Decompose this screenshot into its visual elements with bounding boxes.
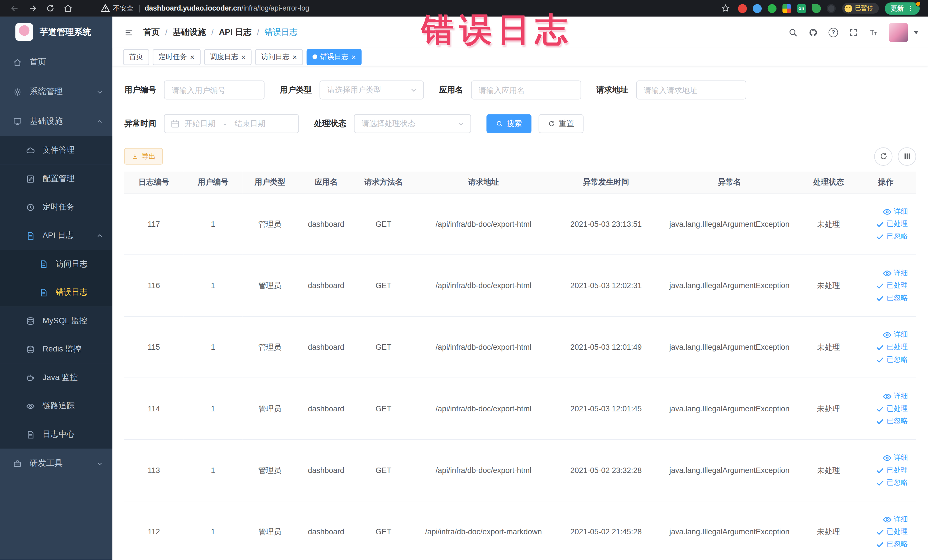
breadcrumb-item[interactable]: 基础设施	[173, 27, 206, 37]
tab-scheduled-tasks[interactable]: 定时任务 ×	[153, 49, 200, 65]
page-content: 用户编号 用户类型 请选择用户类型 应用名 请求地址 异常时间 开始日期 -	[112, 66, 928, 560]
table-row: 117 1 管理员 dashboard GET /api/infra/db-do…	[124, 193, 916, 255]
extension-icon-grid[interactable]	[782, 4, 791, 12]
search-button[interactable]: 搜索	[486, 114, 531, 133]
tab-home[interactable]: 首页	[123, 49, 149, 65]
breadcrumb-item[interactable]: API 日志	[219, 27, 252, 37]
mark-ignored-link[interactable]: 已忽略	[875, 355, 908, 365]
end-date-placeholder: 结束日期	[235, 118, 265, 129]
filter-row-2: 异常时间 开始日期 - 结束日期 处理状态 请选择处理状态 搜索	[124, 114, 916, 133]
mark-processed-link[interactable]: 已处理	[875, 465, 908, 475]
sidebar-item-access-log[interactable]: 访问日志	[0, 250, 112, 278]
mark-ignored-link[interactable]: 已忽略	[875, 293, 908, 303]
detail-link[interactable]: 详细	[882, 391, 908, 401]
mark-ignored-link[interactable]: 已忽略	[875, 231, 908, 241]
user-type-select[interactable]: 请选择用户类型	[319, 81, 424, 99]
fullscreen-icon[interactable]	[849, 27, 858, 37]
cell-request-url: /api/infra/db-doc/export-html	[412, 255, 555, 316]
security-indicator[interactable]: 不安全	[101, 3, 133, 13]
sidebar-item-redis-monitor[interactable]: Redis 监控	[0, 335, 112, 363]
github-icon[interactable]	[809, 27, 818, 37]
paused-badge[interactable]: 已暂停	[842, 3, 879, 14]
extension-icon-on[interactable]: on	[797, 4, 806, 12]
search-icon[interactable]	[788, 27, 798, 37]
mark-ignored-link[interactable]: 已忽略	[875, 416, 908, 426]
sidebar-item-file-management[interactable]: 文件管理	[0, 136, 112, 165]
mark-processed-link[interactable]: 已处理	[875, 404, 908, 414]
exception-time-range-picker[interactable]: 开始日期 - 结束日期	[164, 114, 299, 133]
sidebar-item-tracing[interactable]: 链路追踪	[0, 392, 112, 420]
close-icon[interactable]: ×	[292, 53, 297, 61]
column-settings-button[interactable]	[898, 147, 916, 165]
browser-update-button[interactable]: 更新	[885, 2, 920, 15]
sidebar-item-infrastructure[interactable]: 基础设施	[0, 107, 112, 136]
gear-icon	[13, 87, 22, 96]
select-placeholder: 请选择用户类型	[327, 85, 410, 95]
search-icon	[496, 120, 503, 127]
extension-icon-blue[interactable]	[752, 4, 762, 12]
export-button[interactable]: 导出	[124, 148, 163, 165]
sidebar-item-java-monitor[interactable]: Java 监控	[0, 363, 112, 392]
detail-link[interactable]: 详细	[882, 514, 908, 524]
mark-processed-link[interactable]: 已处理	[875, 281, 908, 290]
browser-home-button[interactable]	[63, 3, 73, 13]
hamburger-icon[interactable]	[124, 27, 134, 37]
address-bar[interactable]: dashboard.yudao.iocoder.cn/infra/log/api…	[145, 4, 309, 12]
mark-ignored-link[interactable]: 已忽略	[875, 539, 908, 549]
clock-icon	[26, 203, 35, 212]
chevron-up-icon	[96, 118, 103, 125]
extension-icon-green[interactable]	[768, 4, 776, 12]
sidebar-item-api-log[interactable]: API 日志	[0, 221, 112, 250]
app-logo[interactable]: 芋道管理系统	[0, 17, 112, 47]
breadcrumb-item[interactable]: 首页	[143, 27, 160, 37]
eye-icon	[882, 453, 892, 462]
tab-access-log[interactable]: 访问日志 ×	[255, 49, 303, 65]
tab-error-log[interactable]: 错误日志 ×	[307, 49, 362, 65]
sidebar-item-home[interactable]: 首页	[0, 47, 112, 77]
help-icon[interactable]: ?	[829, 27, 838, 37]
avatar[interactable]	[889, 23, 908, 42]
caret-down-icon[interactable]	[914, 31, 919, 34]
cell-user-id: 1	[183, 316, 243, 378]
app-name-input[interactable]	[471, 81, 581, 99]
cell-log-id: 116	[124, 255, 183, 316]
database-icon	[26, 316, 35, 325]
browser-back-button[interactable]	[10, 3, 20, 13]
sidebar-item-system-management[interactable]: 系统管理	[0, 77, 112, 107]
extension-icon-paw[interactable]	[826, 4, 835, 12]
request-url-input[interactable]	[636, 81, 746, 99]
extension-icon-red[interactable]	[738, 4, 746, 12]
process-status-select[interactable]: 请选择处理状态	[354, 114, 471, 133]
breadcrumb-separator: /	[211, 27, 214, 37]
browser-forward-button[interactable]	[28, 3, 37, 13]
sidebar-item-mysql-monitor[interactable]: MySQL 监控	[0, 307, 112, 335]
cell-user-id: 1	[183, 378, 243, 439]
sidebar-item-config-management[interactable]: 配置管理	[0, 165, 112, 193]
start-date-placeholder: 开始日期	[185, 118, 215, 129]
user-id-input[interactable]	[164, 81, 265, 99]
close-icon[interactable]: ×	[351, 53, 356, 61]
mark-processed-link[interactable]: 已处理	[875, 526, 908, 537]
browser-reload-button[interactable]	[46, 3, 55, 13]
close-icon[interactable]: ×	[190, 53, 195, 61]
detail-link[interactable]: 详细	[882, 330, 908, 340]
paused-label: 已暂停	[855, 4, 873, 12]
refresh-table-button[interactable]	[874, 147, 892, 165]
close-icon[interactable]: ×	[241, 53, 246, 61]
detail-link[interactable]: 详细	[882, 268, 908, 278]
col-user-type: 用户类型	[243, 172, 297, 194]
extension-icon-leaf[interactable]	[812, 4, 820, 12]
tab-schedule-log[interactable]: 调度日志 ×	[204, 49, 252, 65]
detail-link[interactable]: 详细	[882, 453, 908, 463]
mark-processed-link[interactable]: 已处理	[875, 342, 908, 352]
font-size-icon[interactable]	[869, 27, 878, 37]
sidebar-item-error-log[interactable]: 错误日志	[0, 278, 112, 307]
mark-processed-link[interactable]: 已处理	[875, 219, 908, 229]
sidebar-item-scheduled-tasks[interactable]: 定时任务	[0, 193, 112, 221]
detail-link[interactable]: 详细	[882, 206, 908, 217]
bookmark-star-icon[interactable]	[720, 3, 730, 13]
reset-button[interactable]: 重置	[539, 114, 584, 133]
sidebar-item-dev-tools[interactable]: 研发工具	[0, 449, 112, 478]
mark-ignored-link[interactable]: 已忽略	[875, 478, 908, 488]
sidebar-item-log-center[interactable]: 日志中心	[0, 420, 112, 449]
